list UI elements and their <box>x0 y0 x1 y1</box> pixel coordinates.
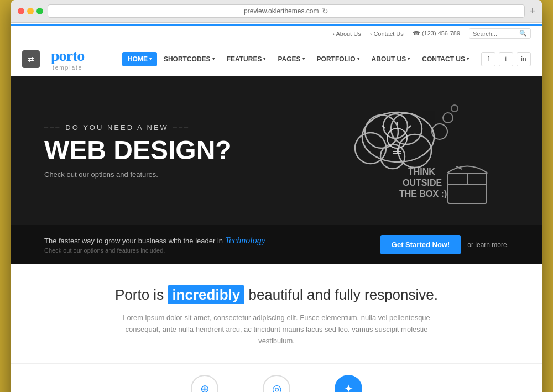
chevron-down-icon: ▾ <box>357 56 359 61</box>
about-us-link[interactable]: About Us <box>332 30 361 37</box>
get-started-button[interactable]: Get Started Now! <box>380 235 461 254</box>
nav-shortcodes[interactable]: SHORTCODES ▾ <box>158 52 220 66</box>
cta-main-text: The fastest way to grow your business wi… <box>44 236 265 245</box>
svg-point-15 <box>443 113 453 123</box>
hero-text: DO YOU NEED A NEW WEB DESIGN? Check out … <box>44 123 232 179</box>
bottom-icon-3: ✦ <box>335 375 362 392</box>
nav-contact-us[interactable]: CONTACT US ▾ <box>416 52 474 66</box>
svg-point-16 <box>451 105 458 112</box>
main-nav: HOME ▾ SHORTCODES ▾ FEATURES ▾ PAGES ▾ P… <box>122 52 531 66</box>
hero-title: WEB DESIGN? <box>44 137 232 164</box>
logo-text: porto <box>51 47 84 65</box>
chevron-down-icon: ▾ <box>263 56 265 61</box>
traffic-lights <box>18 8 43 14</box>
search-input[interactable] <box>473 30 517 37</box>
hero-subtitle: Check out our options and features. <box>44 170 232 179</box>
address-text: preview.oklerthemes.com <box>244 7 319 15</box>
learn-more-text: or learn more. <box>467 241 509 249</box>
hero-content: DO YOU NEED A NEW WEB DESIGN? Check out … <box>11 76 542 225</box>
bottom-icons-row: ⊕ ◎ ✦ <box>11 363 542 392</box>
maximize-button[interactable] <box>36 8 43 14</box>
search-icon: 🔍 <box>519 30 527 37</box>
browser-window: preview.oklerthemes.com ↻ + About Us Con… <box>11 0 542 392</box>
tech-word: Technology <box>225 236 265 245</box>
chalkboard-art: THINK OUTSIDE THE BOX :) <box>321 87 509 231</box>
bottom-icon-2: ◎ <box>263 375 290 392</box>
contact-us-link[interactable]: Contact Us <box>370 30 404 37</box>
hero-tagline: DO YOU NEED A NEW <box>44 123 232 132</box>
chevron-down-icon: ▾ <box>302 56 305 61</box>
refresh-icon[interactable]: ↻ <box>322 7 328 15</box>
logo-area: porto template <box>51 47 84 71</box>
social-icons: f t in <box>481 52 531 66</box>
facebook-icon[interactable]: f <box>481 52 495 66</box>
logo-subtitle: template <box>51 65 84 71</box>
cta-right: Get Started Now! or learn more. <box>380 235 509 254</box>
tagline-main: Porto is incredibly beautiful and fully … <box>22 286 531 304</box>
nav-portfolio[interactable]: PORTFOLIO ▾ <box>311 52 365 66</box>
new-tab-button[interactable]: + <box>529 6 535 17</box>
top-bar: About Us Contact Us ☎ (123) 456-789 🔍 <box>11 26 542 41</box>
cta-subtext: Check out our options and features inclu… <box>44 247 265 254</box>
browser-chrome: preview.oklerthemes.com ↻ + <box>11 0 542 23</box>
svg-text:THE BOX :): THE BOX :) <box>399 189 447 198</box>
svg-text:OUTSIDE: OUTSIDE <box>403 178 442 187</box>
nav-about-us[interactable]: ABOUT US ▾ <box>366 52 416 66</box>
linkedin-icon[interactable]: in <box>517 52 531 66</box>
nav-pages[interactable]: PAGES ▾ <box>272 52 310 66</box>
search-box[interactable]: 🔍 <box>469 28 531 39</box>
nav-home[interactable]: HOME ▾ <box>122 52 157 66</box>
bottom-icon-1: ⊕ <box>191 375 218 392</box>
share-button[interactable]: ⇄ <box>22 50 40 68</box>
close-button[interactable] <box>18 8 24 14</box>
share-icon: ⇄ <box>28 55 34 64</box>
tagline-highlight: incredibly <box>168 285 244 304</box>
nav-features[interactable]: FEATURES ▾ <box>221 52 272 66</box>
minimize-button[interactable] <box>27 8 34 14</box>
address-bar[interactable]: preview.oklerthemes.com ↻ <box>48 4 525 18</box>
chevron-down-icon: ▾ <box>212 56 215 61</box>
twitter-icon[interactable]: t <box>499 52 513 66</box>
chevron-down-icon: ▾ <box>467 56 469 61</box>
tagline-description: Lorem ipsum dolor sit amet, consectetur … <box>111 312 442 347</box>
svg-point-14 <box>432 124 447 139</box>
tagline-section: Porto is incredibly beautiful and fully … <box>11 264 542 363</box>
phone-number: ☎ (123) 456-789 <box>413 30 460 37</box>
cta-left: The fastest way to grow your business wi… <box>44 236 265 254</box>
svg-line-12 <box>408 126 411 128</box>
chevron-down-icon: ▾ <box>408 56 410 61</box>
svg-text:THINK: THINK <box>408 167 435 176</box>
hero-section: DO YOU NEED A NEW WEB DESIGN? Check out … <box>11 76 542 264</box>
website-content: About Us Contact Us ☎ (123) 456-789 🔍 ⇄ … <box>11 24 542 392</box>
chevron-down-icon: ▾ <box>149 56 152 61</box>
main-header: ⇄ porto template HOME ▾ SHORTCODES ▾ FEA… <box>11 41 542 76</box>
